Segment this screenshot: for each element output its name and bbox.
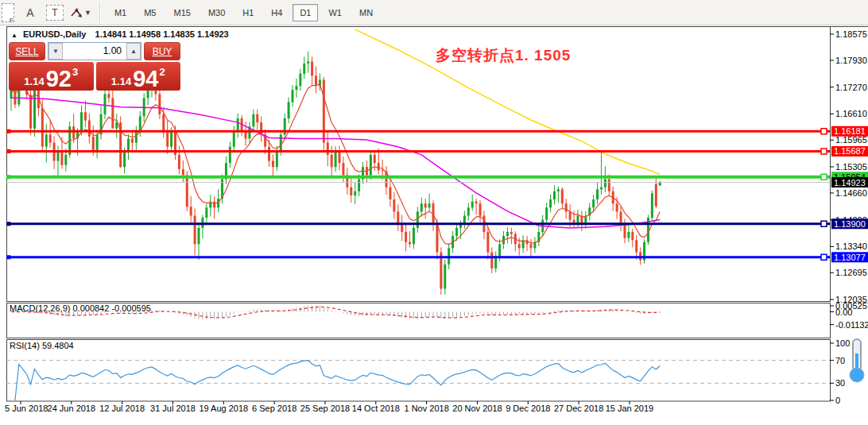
toolbar-separator — [99, 3, 101, 22]
text-label-tool-button[interactable]: A — [21, 3, 40, 22]
rsi-axis-label: 0 — [835, 396, 840, 405]
candle-body — [358, 180, 360, 191]
candle-body — [268, 147, 270, 161]
timeframe-button-m1[interactable]: M1 — [107, 4, 134, 21]
date-label: 1 Nov 2018 — [405, 404, 449, 413]
price-badge-label: 1.13077 — [834, 253, 866, 262]
date-axis: 5 Jun 201824 Jun 201812 Jul 201831 Jul 2… — [5, 401, 653, 413]
candle-body — [331, 155, 333, 167]
collapse-triangle-icon[interactable]: ▲ — [11, 32, 17, 39]
candle-body — [127, 138, 130, 150]
volume-spinner: ▼ 1.00 ▲ — [48, 42, 141, 60]
candle-body — [131, 138, 134, 142]
timeframe-button-d1[interactable]: D1 — [293, 4, 318, 21]
candle-body — [205, 207, 207, 218]
macd-label: MACD(12,26,9) 0.000842 -0.000595 — [10, 303, 151, 313]
timeframe-group: M1M5M15M30H1H4D1W1MN — [106, 4, 382, 21]
candle-body — [327, 143, 329, 155]
price-tick-label: 1.16610 — [835, 109, 867, 118]
price-tick-label: 1.15305 — [835, 162, 867, 172]
candle-body — [490, 252, 493, 268]
candle-body — [417, 211, 419, 227]
candle-body — [455, 228, 458, 236]
candle-body — [182, 169, 184, 176]
sell-button[interactable]: SELL — [9, 42, 45, 60]
chart-annotation-text: 多空转折点1. 1505 — [436, 45, 571, 66]
candle-body — [592, 199, 595, 207]
sell-price-panel[interactable]: 1.14 92 3 — [9, 62, 94, 91]
candle-body — [561, 189, 564, 203]
candle-body — [635, 240, 637, 252]
timeframe-button-m5[interactable]: M5 — [137, 4, 163, 21]
candle-body — [471, 202, 474, 208]
candle-body — [84, 112, 87, 120]
date-label: 20 Nov 2018 — [452, 404, 502, 413]
candle-body — [272, 161, 274, 168]
candle-body — [178, 155, 180, 169]
candle-body — [252, 114, 254, 126]
candle-body — [288, 102, 290, 118]
candle-body — [475, 202, 478, 204]
timeframe-button-m30[interactable]: M30 — [201, 4, 232, 21]
candle-body — [339, 151, 341, 163]
one-click-trading-panel: SELL ▼ 1.00 ▲ BUY 1.14 92 3 1.14 94 2 — [9, 42, 180, 91]
diagonal-arrows-icon — [70, 7, 83, 18]
price-tick-label: 1.17270 — [835, 83, 867, 92]
timeframe-button-h4[interactable]: H4 — [264, 4, 289, 21]
candle-body — [162, 114, 165, 133]
rsi-indicator — [6, 361, 830, 400]
volume-input[interactable]: 1.00 — [63, 43, 126, 60]
candle-body — [370, 155, 372, 176]
arrows-tool-button[interactable]: ▼ — [70, 3, 91, 22]
candle-body — [420, 203, 423, 211]
hline-left-marker — [7, 222, 11, 226]
candle-body — [506, 232, 509, 236]
candle-body — [389, 187, 391, 199]
candle-body — [518, 244, 521, 248]
candle-body — [378, 163, 380, 170]
candle-body — [569, 211, 572, 219]
candle-body — [213, 202, 215, 208]
ohlc-values: 1.14841 1.14958 1.14835 1.14923 — [95, 29, 229, 39]
candle-body — [237, 118, 239, 130]
candle-body — [623, 224, 626, 238]
candle-body — [29, 95, 32, 128]
candle-body — [233, 130, 235, 146]
timeframe-button-h1[interactable]: H1 — [235, 4, 261, 21]
candle-body — [565, 203, 568, 211]
candle-body — [292, 90, 294, 102]
price-badge-label: 1.14923 — [834, 178, 866, 187]
price-badge-label: 1.13900 — [834, 219, 866, 229]
candle-body — [92, 137, 95, 151]
volume-increase-button[interactable]: ▲ — [126, 43, 141, 60]
candle-body — [428, 203, 431, 207]
timeframe-button-w1[interactable]: W1 — [321, 4, 349, 21]
price-tick-label: 1.18575 — [835, 29, 867, 39]
buy-price-panel[interactable]: 1.14 94 2 — [96, 62, 181, 91]
candle-body — [170, 130, 172, 146]
candle-body — [229, 147, 231, 163]
buy-button[interactable]: BUY — [144, 42, 180, 60]
candle-body — [41, 108, 44, 147]
timeframe-button-m15[interactable]: M15 — [166, 4, 197, 21]
rsi-axis-label: 30 — [835, 378, 845, 388]
candle-body — [405, 232, 407, 242]
candle-body — [557, 189, 560, 191]
candle-body — [190, 207, 192, 215]
price-axis: 1.185751.179301.172701.166101.159651.153… — [830, 29, 868, 304]
timeframe-button-mn[interactable]: MN — [352, 4, 380, 21]
hline-left-marker — [7, 129, 11, 133]
crosshair-tool-button[interactable]: F — [2, 3, 14, 22]
horizontal-lines[interactable] — [6, 129, 830, 261]
chevron-down-icon[interactable]: ▼ — [84, 9, 91, 17]
date-label: 24 Jun 2018 — [48, 404, 96, 413]
volume-decrease-button[interactable]: ▼ — [48, 43, 63, 60]
candle-body — [256, 114, 258, 122]
text-tool-button[interactable]: T — [46, 5, 64, 21]
candle-body — [608, 180, 610, 191]
candle-body — [49, 134, 52, 142]
candle-body — [60, 151, 63, 165]
hline-left-marker — [7, 149, 11, 153]
candle-body — [350, 187, 352, 195]
price-badge-label: 1.16181 — [834, 126, 866, 136]
